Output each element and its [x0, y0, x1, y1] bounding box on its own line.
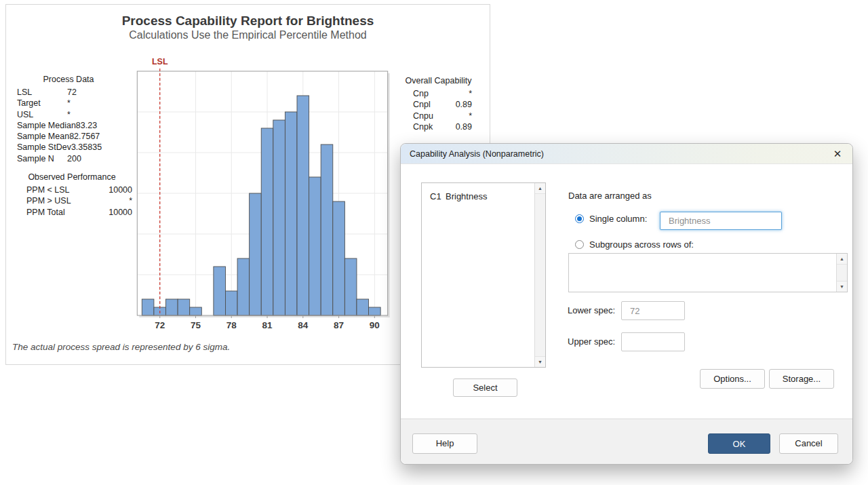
x-tick-label: 72 — [155, 320, 165, 330]
process-data-title: Process Data — [12, 74, 125, 85]
histogram-bar — [321, 144, 333, 315]
histogram-bar — [369, 307, 381, 315]
lsl-label: LSL — [152, 57, 168, 66]
histogram-bar — [142, 299, 154, 315]
close-icon: ✕ — [833, 148, 842, 159]
lower-spec-label: Lower spec: — [568, 301, 615, 320]
histogram-bar — [178, 299, 190, 315]
lower-spec-input[interactable] — [621, 301, 685, 320]
close-button[interactable]: ✕ — [830, 144, 845, 164]
histogram-bar — [333, 201, 345, 315]
x-tick-label: 87 — [334, 320, 344, 330]
single-column-label: Single column: — [589, 214, 647, 223]
select-button[interactable]: Select — [453, 379, 517, 397]
histogram-bar — [285, 112, 297, 315]
subgroups-label: Subgroups across rows of: — [589, 240, 694, 249]
process-data-panel: Process Data LSL72Target*USL*Sample Medi… — [12, 74, 125, 164]
listbox-scrollbar[interactable]: ▲ ▼ — [534, 183, 545, 367]
ok-button[interactable]: OK — [708, 433, 770, 454]
x-tick-label: 78 — [226, 320, 237, 330]
histogram-bar — [297, 96, 309, 315]
histogram-bar — [225, 291, 237, 315]
x-tick-label: 81 — [262, 320, 273, 330]
options-button[interactable]: Options... — [700, 369, 765, 389]
overall-capability-panel: Overall Capability Cnp*Cnpl0.89Cnpu*Cnpk… — [405, 75, 472, 132]
page-subtitle: Calculations Use the Empirical Percentil… — [6, 29, 490, 41]
single-column-radio[interactable] — [575, 214, 584, 223]
histogram-bar — [273, 120, 285, 315]
scroll-up-icon[interactable]: ▲ — [837, 254, 847, 265]
subgroups-input[interactable]: ▲ ▼ — [568, 253, 848, 292]
scroll-up-icon[interactable]: ▲ — [535, 183, 545, 194]
arranged-label: Data are arranged as — [568, 191, 652, 201]
chart-footnote: The actual process spread is represented… — [12, 342, 230, 352]
subgroups-radio[interactable] — [575, 240, 584, 249]
histogram-bar — [261, 128, 273, 315]
overall-capability-title: Overall Capability — [405, 75, 472, 87]
page-title: Process Capability Report for Brightness — [6, 14, 490, 28]
stat-row: Sample Median83.23 — [12, 120, 125, 131]
histogram-bar — [344, 258, 357, 315]
stat-row: PPM > USL* — [12, 195, 132, 206]
histogram-bar — [166, 299, 178, 315]
cancel-button[interactable]: Cancel — [779, 433, 838, 454]
observed-performance-rows: PPM < LSL10000PPM > USL*PPM Total10000 — [12, 185, 132, 218]
stat-row: PPM Total10000 — [12, 207, 132, 218]
histogram-bar — [357, 299, 369, 315]
upper-spec-input[interactable] — [621, 332, 685, 351]
stat-row: Sample Mean82.7567 — [12, 131, 125, 142]
scroll-down-icon[interactable]: ▼ — [837, 281, 847, 292]
histogram-bar — [250, 193, 262, 315]
help-button[interactable]: Help — [412, 433, 477, 454]
stat-row: LSL72 — [12, 87, 125, 98]
observed-performance-title: Observed Performance — [12, 172, 132, 183]
stat-row: Cnpl0.89 — [405, 99, 472, 110]
subgroups-scrollbar[interactable]: ▲ ▼ — [836, 254, 847, 292]
capability-analysis-dialog: Capability Analysis (Nonparametric) ✕ C1… — [400, 143, 853, 465]
single-column-input[interactable] — [660, 212, 782, 230]
histogram-bar — [237, 258, 250, 315]
storage-button[interactable]: Storage... — [769, 369, 834, 389]
upper-spec-label: Upper spec: — [568, 332, 615, 351]
process-data-rows: LSL72Target*USL*Sample Median83.23Sample… — [12, 87, 125, 164]
histogram-bar — [190, 307, 202, 315]
dialog-titlebar[interactable]: Capability Analysis (Nonparametric) — [401, 144, 852, 164]
stat-row: Cnpk0.89 — [405, 121, 472, 132]
stat-row: Sample StDev3.35835 — [12, 142, 125, 153]
stat-row: PPM < LSL10000 — [12, 185, 132, 195]
stat-row: USL* — [12, 109, 125, 120]
histogram-bar — [309, 177, 321, 315]
stat-row: Cnpu* — [405, 111, 472, 121]
stat-row: Target* — [12, 98, 125, 109]
observed-performance-panel: Observed Performance PPM < LSL10000PPM >… — [12, 172, 132, 218]
overall-capability-rows: Cnp*Cnpl0.89Cnpu*Cnpk0.89 — [405, 88, 472, 132]
x-tick-label: 84 — [298, 320, 309, 330]
x-tick-label: 75 — [191, 320, 201, 330]
variable-list: C1Brightness — [422, 183, 545, 201]
stat-row: Cnp* — [405, 88, 472, 99]
list-item[interactable]: C1Brightness — [422, 183, 545, 201]
x-tick-label: 90 — [370, 320, 380, 330]
stat-row: Sample N200 — [12, 153, 125, 164]
dialog-title: Capability Analysis (Nonparametric) — [410, 149, 544, 159]
histogram-bar — [214, 267, 226, 315]
capability-histogram: 72757881848790LSL — [121, 52, 399, 341]
variable-listbox[interactable]: C1Brightness ▲ ▼ — [421, 182, 546, 368]
scroll-down-icon[interactable]: ▼ — [535, 356, 545, 367]
